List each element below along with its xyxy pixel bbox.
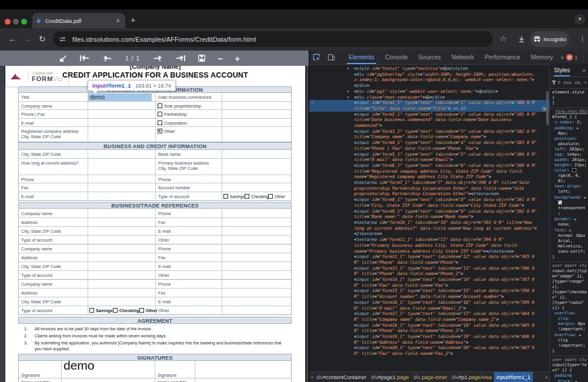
form-input[interactable]: [88, 244, 156, 253]
checkbox-icon[interactable]: [139, 308, 144, 313]
form-input[interactable]: [222, 306, 292, 315]
checkbox-icon[interactable]: [158, 129, 162, 133]
devtools-tab-network[interactable]: Network: [446, 50, 480, 64]
form-input[interactable]: [88, 253, 156, 262]
checkbox-icon[interactable]: [113, 308, 118, 313]
reload-icon[interactable]: ↻: [39, 34, 46, 43]
error-badge-icon[interactable]: ✕: [566, 54, 573, 61]
dom-node[interactable]: ▶<div id="pg1" style="-webkit-user-selec…: [309, 89, 549, 95]
new-rule-icon[interactable]: +: [584, 80, 587, 85]
stylesheet-link[interactable]: user agent stylesheet: [552, 357, 587, 363]
form-input[interactable]: [222, 244, 292, 253]
filter-funnel-icon[interactable]: [552, 81, 556, 85]
rule-selector[interactable]: input[type="text" i] {: [552, 363, 587, 373]
form-input[interactable]: [88, 289, 156, 297]
class-button[interactable]: .cls: [573, 80, 580, 85]
dom-node[interactable]: <input id="form18_1" type="text" tabinde…: [309, 323, 549, 334]
inspect-element-icon[interactable]: [309, 53, 324, 61]
form-input[interactable]: [222, 271, 292, 280]
dom-node[interactable]: <div id="pg1Overlay" style="width:100%; …: [309, 72, 549, 83]
css-property[interactable]: overflow: ▶ clip !important;: [552, 332, 587, 349]
form-input[interactable]: [88, 280, 156, 288]
breadcrumb-item[interactable]: div.page-inner: [411, 372, 449, 382]
checkbox-option[interactable]: Corporation: [156, 119, 222, 126]
dom-node[interactable]: <input id="form4_1" type="text" tabindex…: [309, 140, 549, 151]
dom-node[interactable]: <input id="form15_1" type="text" tabinde…: [309, 288, 549, 299]
hover-state-button[interactable]: :hov: [563, 80, 572, 85]
css-property[interactable]: border: ▶ none;: [552, 216, 587, 227]
export-icon[interactable]: [59, 54, 68, 63]
address-bar[interactable]: files.idrsolutions.com/Examples/AFForms/…: [53, 31, 493, 47]
save-icon[interactable]: [198, 54, 206, 62]
dom-node[interactable]: </div>: [309, 83, 549, 89]
checkbox-icon[interactable]: [245, 194, 249, 199]
redo-all-icon[interactable]: [175, 55, 186, 62]
checkbox-option[interactable]: Other: [156, 127, 222, 134]
redo-icon[interactable]: [152, 55, 163, 62]
styles-more-tabs-icon[interactable]: »: [582, 67, 586, 73]
form-input[interactable]: [88, 102, 156, 110]
stylesheet-link[interactable]: user agent stylesheet: [552, 263, 587, 269]
new-tab-button[interactable]: +: [131, 16, 135, 24]
dom-node[interactable]: <input id="form3_1" type="text" tabindex…: [309, 129, 549, 140]
checkbox-option[interactable]: Sole proprietorship: [156, 102, 222, 109]
browser-tab[interactable]: CreditData.pdf ×: [32, 13, 125, 28]
form-input[interactable]: [222, 289, 292, 297]
filter-placeholder[interactable]: F: [558, 80, 561, 85]
dom-node[interactable]: <input id="form13_1" type="text" tabinde…: [309, 266, 549, 277]
breadcrumb-item[interactable]: div#page1.page: [369, 372, 411, 382]
rule-selector[interactable]: element.style {: [552, 90, 587, 100]
form-input[interactable]: [88, 262, 156, 270]
more-tabs-icon[interactable]: »: [558, 54, 566, 61]
dom-node[interactable]: <input id="form17_1" type="text" tabinde…: [309, 311, 549, 322]
css-property[interactable]: font: ▶ normal 18px Arial, Helvetica, sa…: [552, 227, 587, 254]
tab-styles[interactable]: Styles: [554, 63, 570, 76]
zoom-in-icon[interactable]: +: [235, 53, 240, 63]
dom-node[interactable]: <input id="form16_1" type="text" tabinde…: [309, 300, 549, 311]
stylesheet-link[interactable]: form.html:655: [552, 109, 587, 115]
css-property[interactable]: height: 23px;: [552, 163, 587, 168]
form-input[interactable]: [222, 227, 292, 235]
checkbox-icon[interactable]: [158, 103, 162, 108]
close-window-button[interactable]: [5, 19, 11, 25]
css-property[interactable]: padding-block: ▶ 1px;: [552, 373, 587, 382]
checkbox-option[interactable]: Partnership: [156, 110, 222, 117]
css-property[interactable]: position: absolute;: [552, 136, 587, 147]
form-input[interactable]: [88, 175, 156, 183]
form-input[interactable]: [222, 183, 292, 192]
dom-node[interactable]: ▶<div class="text-container">…</div>: [309, 95, 549, 100]
form-input[interactable]: [88, 127, 156, 142]
devtools-tab-elements[interactable]: Elements: [343, 50, 380, 64]
css-property[interactable]: padding: ▶ 0px;: [552, 125, 587, 136]
signature-input[interactable]: [195, 378, 292, 382]
devtools-tab-performance[interactable]: Performance: [479, 50, 525, 64]
form-input[interactable]: [88, 192, 156, 201]
checkbox-icon[interactable]: [158, 120, 162, 125]
signature-input[interactable]: [62, 378, 155, 382]
dom-node[interactable]: <input id="form5_1" type="text" tabindex…: [309, 152, 549, 163]
tab-search-chevron-icon[interactable]: ▾: [574, 14, 585, 25]
devtools-tab-console[interactable]: Console: [380, 50, 413, 64]
form-input[interactable]: [222, 297, 292, 306]
form-input[interactable]: [222, 262, 292, 270]
form-input[interactable]: [88, 227, 156, 235]
inspected-input-highlight[interactable]: demo: [88, 93, 152, 101]
form-input[interactable]: [222, 175, 292, 183]
dom-node[interactable]: <input id="form20_1" type="text" tabinde…: [309, 345, 549, 356]
css-property[interactable]: color: rgb(0, 0, 0);: [552, 168, 587, 184]
form-input[interactable]: [88, 183, 156, 192]
checkbox-icon[interactable]: [158, 112, 162, 116]
form-input[interactable]: [88, 110, 156, 118]
undo-all-icon[interactable]: [79, 55, 91, 62]
form-input[interactable]: [222, 93, 292, 101]
form-input[interactable]: [222, 280, 292, 288]
css-property[interactable]: top: 144px;: [552, 152, 587, 158]
css-property[interactable]: text-align: left;: [552, 184, 587, 195]
form-input[interactable]: [222, 218, 292, 226]
form-input[interactable]: [88, 236, 156, 244]
dom-node[interactable]: <textarea id="form7_1" tabindex="7" data…: [309, 180, 549, 197]
checkbox-group[interactable]: SavingsCheckingOther: [222, 192, 292, 199]
dom-node[interactable]: <input id="form9_1" type="text" tabindex…: [309, 209, 549, 220]
css-property[interactable]: overflow-clip-margin: 0px !important;: [552, 311, 587, 332]
maximize-window-button[interactable]: [21, 19, 27, 25]
